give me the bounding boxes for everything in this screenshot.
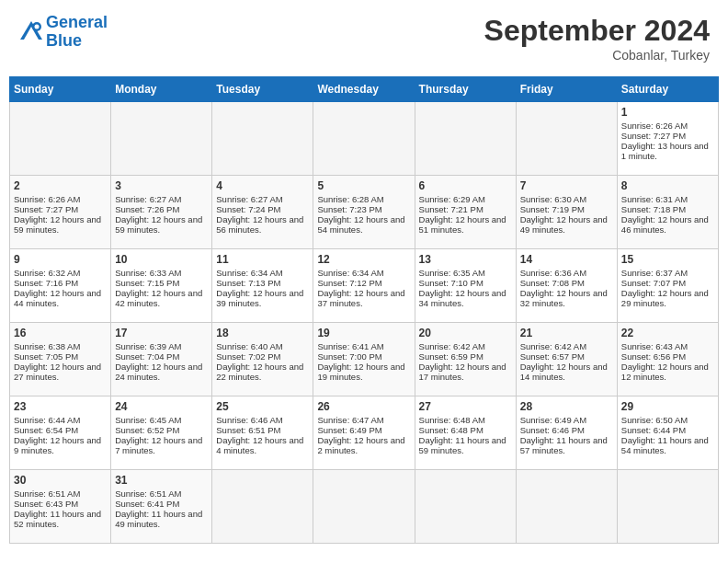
- sunrise-text: Sunrise: 6:43 AM: [621, 341, 714, 351]
- page-header: General Blue September 2024 Cobanlar, Tu…: [9, 9, 719, 67]
- daylight-text: Daylight: 11 hours and 52 minutes.: [14, 509, 107, 529]
- day-cell: 16Sunrise: 6:38 AMSunset: 7:05 PMDayligh…: [10, 323, 111, 396]
- day-cell: 10Sunrise: 6:33 AMSunset: 7:15 PMDayligh…: [111, 249, 212, 323]
- sunset-text: Sunset: 7:21 PM: [419, 204, 512, 214]
- daylight-text: Daylight: 11 hours and 59 minutes.: [419, 435, 512, 455]
- day-number: 14: [520, 253, 613, 266]
- day-cell: 12Sunrise: 6:34 AMSunset: 7:12 PMDayligh…: [313, 249, 415, 323]
- sunset-text: Sunset: 6:48 PM: [419, 425, 512, 435]
- col-thursday: Thursday: [415, 77, 516, 102]
- week-row: 9Sunrise: 6:32 AMSunset: 7:16 PMDaylight…: [10, 249, 719, 323]
- week-row: 30Sunrise: 6:51 AMSunset: 6:43 PMDayligh…: [10, 470, 719, 544]
- day-number: 8: [621, 179, 714, 192]
- sunset-text: Sunset: 7:26 PM: [115, 204, 208, 214]
- day-number: 7: [520, 179, 613, 192]
- daylight-text: Daylight: 12 hours and 22 minutes.: [216, 362, 309, 382]
- daylight-text: Daylight: 12 hours and 14 minutes.: [520, 362, 613, 382]
- week-row: 2Sunrise: 6:26 AMSunset: 7:27 PMDaylight…: [10, 176, 719, 249]
- sunrise-text: Sunrise: 6:33 AM: [115, 268, 208, 278]
- empty-cell: [313, 102, 415, 176]
- daylight-text: Daylight: 12 hours and 9 minutes.: [14, 435, 107, 455]
- day-number: 24: [115, 400, 208, 413]
- day-number: 28: [520, 400, 613, 413]
- logo-general: General: [46, 13, 108, 31]
- week-row: 23Sunrise: 6:44 AMSunset: 6:54 PMDayligh…: [10, 396, 719, 470]
- day-number: 30: [14, 474, 107, 487]
- daylight-text: Daylight: 12 hours and 12 minutes.: [621, 362, 714, 382]
- sunrise-text: Sunrise: 6:26 AM: [621, 121, 714, 131]
- day-number: 27: [419, 400, 512, 413]
- day-cell: 13Sunrise: 6:35 AMSunset: 7:10 PMDayligh…: [415, 249, 516, 323]
- svg-point-3: [35, 24, 40, 29]
- day-cell: 15Sunrise: 6:37 AMSunset: 7:07 PMDayligh…: [617, 249, 718, 323]
- day-number: 2: [14, 179, 107, 192]
- daylight-text: Daylight: 12 hours and 27 minutes.: [14, 362, 107, 382]
- day-number: 15: [621, 253, 714, 266]
- sunrise-text: Sunrise: 6:30 AM: [520, 194, 613, 204]
- sunset-text: Sunset: 7:10 PM: [419, 278, 512, 288]
- daylight-text: Daylight: 12 hours and 56 minutes.: [216, 214, 309, 235]
- sunset-text: Sunset: 7:13 PM: [216, 278, 309, 288]
- daylight-text: Daylight: 12 hours and 49 minutes.: [520, 214, 613, 235]
- day-cell: 8Sunrise: 6:31 AMSunset: 7:18 PMDaylight…: [617, 176, 718, 249]
- sunrise-text: Sunrise: 6:38 AM: [14, 341, 107, 351]
- day-number: 16: [14, 327, 107, 339]
- sunrise-text: Sunrise: 6:27 AM: [216, 194, 309, 204]
- day-number: 12: [317, 253, 410, 266]
- day-cell: 22Sunrise: 6:43 AMSunset: 6:56 PMDayligh…: [617, 323, 718, 396]
- month-title: September 2024: [484, 14, 710, 48]
- daylight-text: Daylight: 12 hours and 29 minutes.: [621, 288, 714, 308]
- sunrise-text: Sunrise: 6:51 AM: [115, 488, 208, 499]
- sunset-text: Sunset: 7:16 PM: [14, 278, 107, 288]
- day-number: 9: [14, 253, 107, 266]
- day-number: 5: [317, 179, 410, 192]
- daylight-text: Daylight: 12 hours and 44 minutes.: [14, 288, 107, 308]
- day-number: 23: [14, 400, 107, 413]
- day-cell: 5Sunrise: 6:28 AMSunset: 7:23 PMDaylight…: [313, 176, 415, 249]
- daylight-text: Daylight: 11 hours and 57 minutes.: [520, 435, 613, 455]
- sunset-text: Sunset: 7:05 PM: [14, 351, 107, 362]
- empty-cell: [516, 470, 617, 544]
- day-number: 11: [216, 253, 309, 266]
- daylight-text: Daylight: 12 hours and 19 minutes.: [317, 362, 410, 382]
- day-cell: 18Sunrise: 6:40 AMSunset: 7:02 PMDayligh…: [212, 323, 313, 396]
- sunrise-text: Sunrise: 6:31 AM: [621, 194, 714, 204]
- day-number: 10: [115, 253, 208, 266]
- day-cell: 28Sunrise: 6:49 AMSunset: 6:46 PMDayligh…: [516, 396, 617, 470]
- daylight-text: Daylight: 12 hours and 4 minutes.: [216, 435, 309, 455]
- sunrise-text: Sunrise: 6:28 AM: [317, 194, 410, 204]
- daylight-text: Daylight: 12 hours and 54 minutes.: [317, 214, 410, 235]
- sunrise-text: Sunrise: 6:41 AM: [317, 341, 410, 351]
- location: Cobanlar, Turkey: [484, 48, 710, 63]
- day-cell: 17Sunrise: 6:39 AMSunset: 7:04 PMDayligh…: [111, 323, 212, 396]
- week-row: 1Sunrise: 6:26 AMSunset: 7:27 PMDaylight…: [10, 102, 719, 176]
- col-sunday: Sunday: [10, 77, 111, 102]
- sunset-text: Sunset: 7:27 PM: [621, 131, 714, 141]
- day-number: 21: [520, 327, 613, 339]
- empty-cell: [111, 102, 212, 176]
- sunset-text: Sunset: 6:51 PM: [216, 425, 309, 435]
- empty-cell: [212, 470, 313, 544]
- day-number: 29: [621, 400, 714, 413]
- day-cell: 25Sunrise: 6:46 AMSunset: 6:51 PMDayligh…: [212, 396, 313, 470]
- day-cell: 29Sunrise: 6:50 AMSunset: 6:44 PMDayligh…: [617, 396, 718, 470]
- day-number: 13: [419, 253, 512, 266]
- sunrise-text: Sunrise: 6:42 AM: [419, 341, 512, 351]
- sunrise-text: Sunrise: 6:40 AM: [216, 341, 309, 351]
- day-cell: 26Sunrise: 6:47 AMSunset: 6:49 PMDayligh…: [313, 396, 415, 470]
- sunset-text: Sunset: 6:41 PM: [115, 499, 208, 509]
- sunrise-text: Sunrise: 6:48 AM: [419, 415, 512, 425]
- sunrise-text: Sunrise: 6:47 AM: [317, 415, 410, 425]
- sunset-text: Sunset: 6:49 PM: [317, 425, 410, 435]
- sunrise-text: Sunrise: 6:34 AM: [216, 268, 309, 278]
- sunset-text: Sunset: 7:04 PM: [115, 351, 208, 362]
- sunrise-text: Sunrise: 6:44 AM: [14, 415, 107, 425]
- sunset-text: Sunset: 7:07 PM: [621, 278, 714, 288]
- sunrise-text: Sunrise: 6:45 AM: [115, 415, 208, 425]
- day-cell: 27Sunrise: 6:48 AMSunset: 6:48 PMDayligh…: [415, 396, 516, 470]
- empty-cell: [212, 102, 313, 176]
- col-saturday: Saturday: [617, 77, 718, 102]
- sunset-text: Sunset: 6:54 PM: [14, 425, 107, 435]
- sunrise-text: Sunrise: 6:34 AM: [317, 268, 410, 278]
- sunset-text: Sunset: 7:18 PM: [621, 204, 714, 214]
